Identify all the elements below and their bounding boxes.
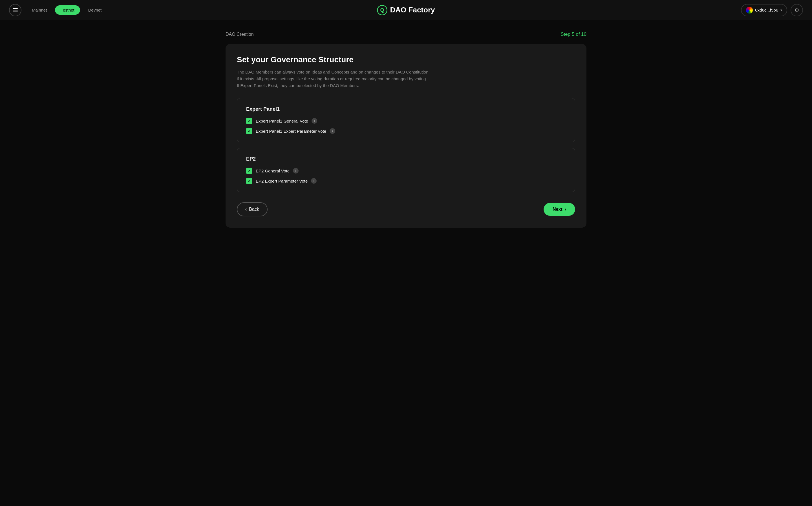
gear-icon: ⚙	[795, 7, 799, 13]
menu-button[interactable]	[9, 4, 21, 16]
back-arrow-icon: ‹	[245, 207, 247, 212]
ep2-expert-param-row: ✓ EP2 Expert Parameter Vote i	[246, 178, 566, 184]
expert-panel1-section: Expert Panel1 ✓ Expert Panel1 General Vo…	[237, 98, 575, 142]
card-footer: ‹ Back Next ›	[237, 202, 575, 217]
checkmark-icon: ✓	[248, 179, 251, 183]
ep1-general-vote-checkbox[interactable]: ✓	[246, 118, 252, 124]
breadcrumb: DAO Creation	[226, 32, 254, 37]
header-right: 0xd6c...f5b6 ▾ ⚙	[741, 4, 803, 16]
back-button[interactable]: ‹ Back	[237, 202, 268, 217]
testnet-tab[interactable]: Testnet	[55, 5, 80, 15]
ep2-general-vote-checkbox[interactable]: ✓	[246, 168, 252, 174]
ep1-expert-param-label: Expert Panel1 Expert Parameter Vote	[256, 129, 326, 134]
ep2-title: EP2	[246, 156, 566, 162]
wallet-address: 0xd6c...f5b6	[755, 8, 778, 12]
app-title: DAO Factory	[390, 6, 435, 14]
checkmark-icon: ✓	[248, 169, 251, 173]
settings-button[interactable]: ⚙	[791, 4, 803, 16]
expert-panel1-title: Expert Panel1	[246, 106, 566, 112]
wallet-button[interactable]: 0xd6c...f5b6 ▾	[741, 4, 787, 16]
ep1-general-vote-row: ✓ Expert Panel1 General Vote i	[246, 118, 566, 124]
card-description: The DAO Members can always vote on Ideas…	[237, 69, 429, 89]
governance-card: Set your Governance Structure The DAO Me…	[226, 44, 586, 228]
next-button-label: Next	[552, 207, 563, 212]
logo-icon: Q	[377, 5, 387, 15]
page-meta: DAO Creation Step 5 of 10	[226, 31, 586, 37]
next-button[interactable]: Next ›	[543, 203, 575, 216]
hamburger-icon	[13, 8, 18, 12]
ep2-general-vote-label: EP2 General Vote	[256, 168, 290, 173]
ep2-expert-param-checkbox[interactable]: ✓	[246, 178, 252, 184]
ep2-expert-param-label: EP2 Expert Parameter Vote	[256, 179, 308, 183]
ep1-expert-param-row: ✓ Expert Panel1 Expert Parameter Vote i	[246, 128, 566, 134]
svg-text:Q: Q	[380, 7, 384, 13]
checkmark-icon: ✓	[248, 129, 251, 133]
main-content: DAO Creation Step 5 of 10 Set your Gover…	[209, 20, 603, 239]
header: Mainnet Testnet Devnet Q DAO Factory 0xd…	[0, 0, 812, 20]
step-indicator: Step 5 of 10	[561, 31, 586, 37]
back-button-label: Back	[249, 207, 259, 212]
ep1-expert-param-checkbox[interactable]: ✓	[246, 128, 252, 134]
ep1-expert-param-info-icon[interactable]: i	[329, 128, 335, 134]
next-arrow-icon: ›	[565, 207, 566, 212]
header-center: Q DAO Factory	[377, 5, 435, 15]
header-left: Mainnet Testnet Devnet	[9, 4, 107, 16]
ep1-general-vote-info-icon[interactable]: i	[311, 118, 317, 124]
ep2-general-vote-info-icon[interactable]: i	[293, 168, 299, 174]
card-title: Set your Governance Structure	[237, 55, 575, 64]
ep2-section: EP2 ✓ EP2 General Vote i ✓ EP2 Expert Pa…	[237, 148, 575, 192]
ep2-general-vote-row: ✓ EP2 General Vote i	[246, 168, 566, 174]
wallet-avatar	[746, 7, 753, 13]
checkmark-icon: ✓	[248, 119, 251, 123]
ep1-general-vote-label: Expert Panel1 General Vote	[256, 118, 308, 123]
devnet-tab[interactable]: Devnet	[82, 5, 108, 15]
ep2-expert-param-info-icon[interactable]: i	[311, 178, 317, 184]
chevron-down-icon: ▾	[781, 8, 782, 12]
mainnet-tab[interactable]: Mainnet	[26, 5, 53, 15]
network-tabs: Mainnet Testnet Devnet	[26, 5, 107, 15]
